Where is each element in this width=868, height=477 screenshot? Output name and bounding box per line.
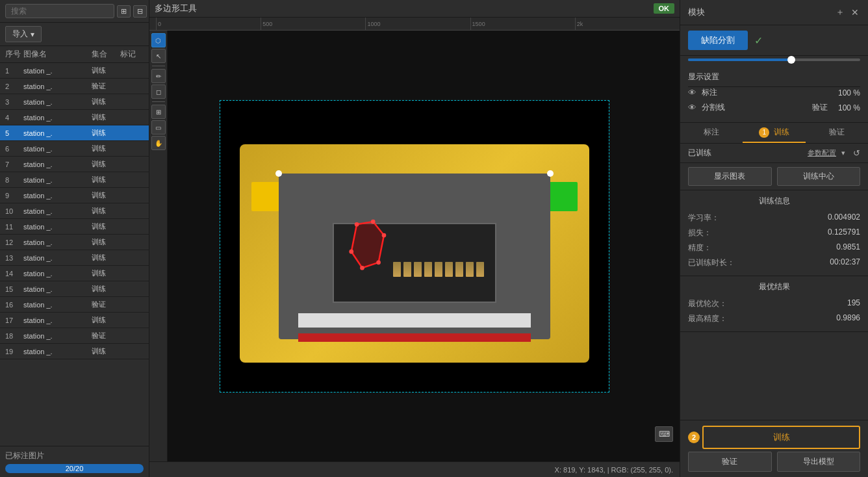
svg-point-6 — [350, 250, 354, 254]
row-set: 验证 — [92, 81, 120, 91]
tab-verify[interactable]: 验证 — [806, 123, 868, 143]
row-name: station _. — [23, 285, 92, 293]
grid-icon-btn[interactable]: ⊞ — [117, 5, 131, 18]
row-num: 14 — [5, 270, 23, 277]
keyboard-icon[interactable]: ⌨ — [655, 426, 673, 442]
table-row[interactable]: 5 station _. 训练 — [0, 125, 149, 141]
import-label: 导入 — [12, 29, 28, 40]
table-row[interactable]: 8 station _. 训练 — [0, 172, 149, 188]
best-results-section: 最优结果 最优轮次： 195 最高精度： 0.9896 — [680, 276, 868, 332]
best-acc-row: 最高精度： 0.9896 — [688, 311, 860, 326]
add-icon-btn[interactable]: ＋ — [834, 5, 846, 19]
pin-9 — [476, 262, 484, 276]
ruler-1000: 1000 — [365, 18, 470, 30]
row-set: 训练 — [92, 206, 120, 216]
table-row[interactable]: 3 station _. 训练 — [0, 94, 149, 110]
row-set: 训练 — [92, 268, 120, 278]
svg-point-4 — [377, 260, 381, 264]
row-set: 训练 — [92, 346, 120, 356]
rect-tool-btn[interactable]: ▭ — [151, 120, 166, 135]
segment-label: 分割线 — [702, 102, 807, 113]
eye-annotation-icon[interactable]: 👁 — [688, 88, 696, 97]
table-row[interactable]: 19 station _. 训练 — [0, 344, 149, 359]
toolbar-separator-1 — [152, 66, 165, 66]
ruler-marks: 0 500 1000 1500 2k — [149, 18, 680, 30]
row-set: 验证 — [92, 331, 120, 341]
action-buttons-row: 显示图表 训练中心 — [680, 163, 868, 190]
slider-thumb[interactable] — [787, 56, 795, 64]
show-chart-button[interactable]: 显示图表 — [688, 167, 772, 186]
right-panel: 模块 ＋ ✕ 缺陷分割 ✓ 显示设置 👁 标注 100 % — [680, 0, 868, 477]
pin-2 — [403, 262, 411, 276]
eraser-tool-btn[interactable]: ◻ — [151, 84, 166, 99]
table-row[interactable]: 2 station _. 验证 — [0, 79, 149, 94]
dropdown-icon[interactable]: ▾ — [841, 149, 845, 157]
table-row[interactable]: 17 station _. 训练 — [0, 313, 149, 328]
ruler-1500: 1500 — [470, 18, 575, 30]
history-icon[interactable]: ↺ — [853, 148, 860, 158]
tab-training[interactable]: 1 训练 — [743, 123, 805, 143]
table-row[interactable]: 1 station _. 训练 — [0, 63, 149, 79]
slider-fill — [688, 58, 791, 61]
table-row[interactable]: 9 station _. 训练 — [0, 188, 149, 203]
green-indicator-right — [546, 182, 578, 211]
param-config-link[interactable]: 参数配置 — [808, 148, 836, 158]
accuracy-label: 精度： — [688, 242, 711, 253]
slider-track[interactable] — [688, 58, 860, 61]
table-row[interactable]: 11 station _. 训练 — [0, 219, 149, 235]
canvas-area[interactable]: ⬡ ↖ ✏ ◻ ⊞ ▭ ✋ — [149, 31, 680, 461]
tab-row: 标注 1 训练 验证 — [680, 123, 868, 144]
filter-icon-btn[interactable]: ⊟ — [133, 5, 147, 18]
training-center-button[interactable]: 训练中心 — [777, 167, 861, 186]
table-row[interactable]: 15 station _. 训练 — [0, 281, 149, 297]
table-row[interactable]: 18 station _. 验证 — [0, 328, 149, 344]
close-icon-btn[interactable]: ✕ — [850, 6, 860, 19]
table-row[interactable]: 13 station _. 训练 — [0, 250, 149, 266]
ruler-500: 500 — [261, 18, 365, 30]
table-row[interactable]: 16 station _. 验证 — [0, 297, 149, 313]
import-button[interactable]: 导入 ▾ — [5, 26, 42, 42]
hand-tool-btn[interactable]: ✋ — [151, 136, 166, 150]
brush-tool-btn[interactable]: ✏ — [151, 69, 166, 83]
row-set: 训练 — [92, 175, 120, 185]
row-name: station _. — [23, 254, 92, 262]
export-model-button[interactable]: 导出模型 — [777, 452, 861, 472]
row-set: 验证 — [92, 300, 120, 309]
verify-button[interactable]: 验证 — [688, 452, 772, 472]
search-input[interactable] — [5, 4, 114, 18]
verify-pct: 100 % — [838, 103, 860, 112]
check-icon[interactable]: ✓ — [754, 34, 763, 47]
row-num: 10 — [5, 207, 23, 215]
tab-annotation[interactable]: 标注 — [680, 123, 743, 143]
table-row[interactable]: 7 station _. 训练 — [0, 157, 149, 172]
table-row[interactable]: 4 station _. 训练 — [0, 110, 149, 125]
train-button[interactable]: 训练 — [702, 426, 860, 449]
table-row[interactable]: 6 station _. 训练 — [0, 141, 149, 157]
row-num: 4 — [5, 114, 23, 122]
grid-tool-btn[interactable]: ⊞ — [151, 105, 166, 119]
row-name: station _. — [23, 83, 92, 90]
bottom-bar: 已标注图片 20/20 — [0, 446, 149, 477]
row-name: station _. — [23, 161, 92, 168]
learning-rate-value: 0.004902 — [828, 213, 860, 224]
row-name: station _. — [23, 238, 92, 246]
table-row[interactable]: 14 station _. 训练 — [0, 266, 149, 281]
cursor-tool-btn[interactable]: ↖ — [151, 49, 166, 63]
image-container[interactable] — [220, 100, 609, 393]
table-row[interactable]: 12 station _. 训练 — [0, 235, 149, 250]
search-bar: ⊞ ⊟ ≡ 🔒 — [0, 0, 149, 23]
row-num: 3 — [5, 98, 23, 106]
white-stripe — [298, 313, 531, 328]
table-row[interactable]: 10 station _. 训练 — [0, 203, 149, 219]
eye-segment-icon[interactable]: 👁 — [688, 103, 696, 112]
row-set: 训练 — [92, 144, 120, 153]
pin-7 — [455, 262, 463, 276]
learning-rate-row: 学习率： 0.004902 — [688, 211, 860, 226]
polygon-tool-btn[interactable]: ⬡ — [151, 33, 166, 47]
segment-button[interactable]: 缺陷分割 — [688, 31, 748, 50]
row-num: 13 — [5, 254, 23, 262]
best-epoch-row: 最优轮次： 195 — [688, 296, 860, 311]
accuracy-row: 精度： 0.9851 — [688, 240, 860, 255]
row-num: 8 — [5, 176, 23, 184]
row-set: 训练 — [92, 315, 120, 325]
